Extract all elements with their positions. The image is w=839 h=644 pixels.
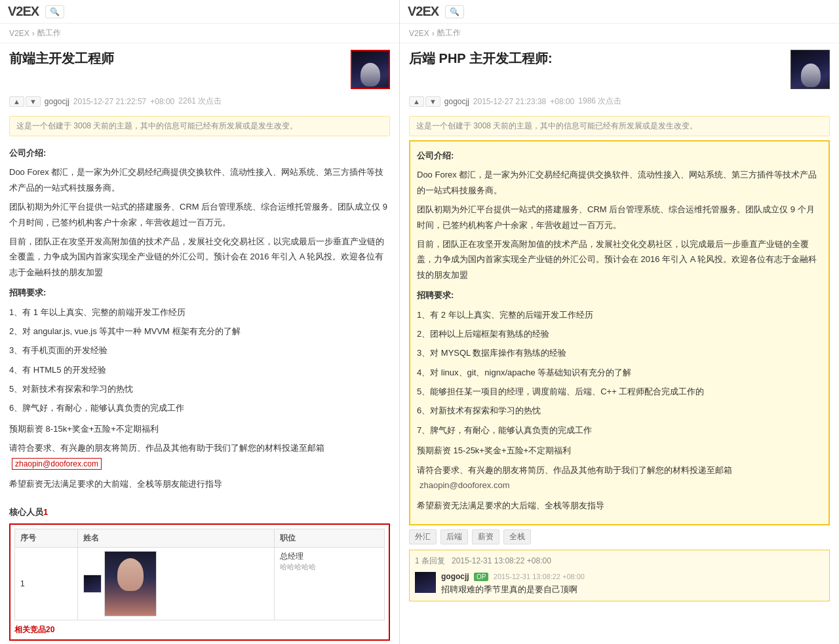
left-article-title: 前端主开发工程师 — [9, 50, 344, 67]
left-core-title: 核心人员1 — [9, 506, 390, 518]
right-site-header: V2EX 🔍 — [400, 0, 839, 24]
right-team-desc: 团队初期为外汇平台提供一站式的搭建服务、CRM 后台管理系统、综合运维托管服务。… — [417, 202, 822, 233]
left-req-title: 招聘要求: — [9, 288, 46, 297]
reply-content: gogocjj OP 2015-12-31 13:08:22 +08:00 招聘… — [441, 572, 824, 596]
left-timezone: +08:00 — [150, 97, 174, 106]
right-vote-down[interactable]: ▼ — [425, 96, 440, 107]
tag-3[interactable]: 全栈 — [503, 529, 531, 544]
right-content-body: 公司介绍: Doo Forex 都汇，是一家为外汇交易经纪商提供交换软件、流动性… — [417, 148, 822, 514]
right-req-title: 招聘要求: — [417, 290, 454, 300]
right-avatar — [790, 50, 830, 89]
left-site-header: V2EX 🔍 — [0, 0, 399, 24]
right-closing: 希望薪资无法满足要求的大后端、全栈等朋友指导 — [417, 498, 822, 513]
left-notice-text: 这是一个创建于 3008 天前的主题，其中的信息可能已经有所发展或是发生改变。 — [16, 121, 298, 130]
right-article-header: 后端 PHP 主开发工程师: — [400, 43, 839, 93]
right-tags-row: 外汇 后端 薪资 全栈 — [409, 529, 830, 544]
left-vote-down[interactable]: ▼ — [26, 96, 41, 107]
left-req-5: 5、对新技术有探索和学习的热忱 — [9, 381, 390, 396]
left-email-link[interactable]: zhaopin@dooforex.com — [12, 458, 102, 470]
left-company-intro-title: 公司介绍: — [9, 148, 46, 158]
right-req-1: 1、有 2 年以上真实、完整的后端开发工作经历 — [417, 307, 822, 322]
left-members-table: 序号 姓名 职位 1 — [14, 529, 385, 620]
left-date: 2015-12-27 21:22:57 — [73, 97, 146, 106]
breadcrumb-v2ex[interactable]: V2EX — [9, 29, 29, 38]
left-salary: 预期薪资 8-15k+奖金+五险+不定期福利 — [9, 421, 390, 436]
member-position: 总经理 哈哈哈哈哈 — [275, 547, 385, 620]
right-req-5: 5、能够担任某一项目的经理，调度前端、后端、C++ 工程师配合完成工作的 — [417, 384, 822, 399]
right-req-7: 7、脾气好，有耐心，能够认真负责的完成工作 — [417, 423, 822, 438]
right-contact-text: 请符合要求、有兴趣的朋友将简历、作品及其他有助于我们了解您的材料投递至邮箱 zh… — [417, 463, 822, 493]
left-search-icon: 🔍 — [50, 7, 60, 16]
right-reply-meta: 1 条回复 2015-12-31 13:08:22 +08:00 — [415, 556, 824, 567]
right-req-4: 4、对 linux、git、nignx/apache 等基础知识有充分的了解 — [417, 365, 822, 380]
right-salary: 预期薪资 15-25k+奖金+五险+不定期福利 — [417, 443, 822, 458]
col-header-no: 序号 — [15, 529, 78, 547]
right-company-intro-title: 公司介绍: — [417, 151, 454, 161]
left-closing: 希望薪资无法满足要求的大前端、全栈等朋友能进行指导 — [9, 476, 390, 491]
right-timezone: +08:00 — [550, 97, 574, 106]
col-header-position: 职位 — [275, 529, 385, 547]
right-article-title: 后端 PHP 主开发工程师: — [409, 50, 784, 67]
right-date: 2015-12-27 21:23:38 — [473, 97, 546, 106]
left-req-3: 3、有手机页面的开发经验 — [9, 343, 390, 358]
left-vote-btns[interactable]: ▲ ▼ — [9, 96, 41, 107]
tag-2[interactable]: 薪资 — [472, 529, 499, 544]
reply-author-row: gogocjj OP 2015-12-31 13:08:22 +08:00 — [441, 572, 824, 581]
right-author[interactable]: gogocjj — [444, 97, 469, 106]
reply-time: 2015-12-31 13:08:22 +08:00 — [494, 573, 585, 580]
right-breadcrumb-cool-work[interactable]: 酷工作 — [437, 28, 461, 39]
left-search-wrap[interactable]: 🔍 — [45, 5, 64, 18]
left-team-desc2: 目前，团队正在攻坚开发高附加值的技术产品，发展社交化交易社区，以完成最后一步垂直… — [9, 234, 390, 280]
reply-op-badge: OP — [474, 573, 488, 581]
breadcrumb-cool-work[interactable]: 酷工作 — [37, 28, 61, 39]
right-breadcrumb-v2ex[interactable]: V2EX — [409, 29, 429, 38]
right-search-wrap[interactable]: 🔍 — [445, 5, 464, 18]
table-row: 1 — [15, 547, 385, 620]
right-req-6: 6、对新技术有探索和学习的热忱 — [417, 403, 822, 418]
right-vote-up[interactable]: ▲ — [409, 96, 424, 107]
right-reply-section: 1 条回复 2015-12-31 13:08:22 +08:00 gogocjj… — [409, 550, 830, 601]
left-views: 2261 次点击 — [178, 96, 222, 107]
left-core-members-section: 核心人员1 序号 姓名 职位 1 — [9, 506, 390, 641]
left-content-body: 公司介绍: Doo Forex 都汇，是一家为外汇交易经纪商提供交换软件、流动性… — [0, 140, 399, 501]
reply-item: gogocjj OP 2015-12-31 13:08:22 +08:00 招聘… — [415, 572, 824, 596]
left-vote-up[interactable]: ▲ — [9, 96, 24, 107]
left-article-header: 前端主开发工程师 — [0, 43, 399, 93]
tag-1[interactable]: 后端 — [440, 529, 468, 544]
right-content-highlighted: 公司介绍: Doo Forex 都汇，是一家为外汇交易经纪商提供交换软件、流动性… — [409, 140, 830, 525]
left-req-6: 6、脾气好，有耐心，能够认真负责的完成工作 — [9, 400, 390, 415]
right-req-2: 2、团种以上后端框架有熟练的经验 — [417, 326, 822, 341]
left-meta-row: ▲ ▼ gogocjj 2015-12-27 21:22:57 +08:00 2… — [0, 93, 399, 112]
right-notice-text: 这是一个创建于 3008 天前的主题，其中的信息可能已经有所发展或是发生改变。 — [416, 121, 697, 130]
right-company-intro: Doo Forex 都汇，是一家为外汇交易经纪商提供交换软件、流动性接入、网站系… — [417, 167, 822, 198]
left-company-intro: Doo Forex 都汇，是一家为外汇交易经纪商提供交换软件、流动性接入、网站系… — [9, 164, 390, 195]
right-email: zhaopin@dooforex.com — [420, 480, 510, 490]
reply-author[interactable]: gogocjj — [441, 572, 469, 581]
right-search-icon: 🔍 — [450, 7, 459, 16]
left-avatar — [351, 50, 390, 89]
left-notice: 这是一个创建于 3008 天前的主题，其中的信息可能已经有所发展或是发生改变。 — [9, 116, 390, 136]
member-no: 1 — [15, 547, 78, 620]
left-logo: V2EX — [8, 4, 39, 19]
left-related-comp[interactable]: 相关竞品20 — [14, 624, 385, 635]
right-team-desc2: 目前，团队正在攻坚开发高附加值的技术产品，发展社交化交易社区，以完成最后一步垂直… — [417, 237, 822, 282]
reply-count: 1 条回复 — [415, 556, 445, 567]
right-breadcrumb: V2EX › 酷工作 — [400, 24, 839, 43]
reply-text: 招聘艰难的季节里真的是要自己顶啊 — [441, 584, 824, 596]
right-notice: 这是一个创建于 3008 天前的主题，其中的信息可能已经有所发展或是发生改变。 — [409, 116, 830, 136]
left-req-2: 2、对 angular.js, vue.js 等其中一种 MVVM 框架有充分的… — [9, 324, 390, 339]
right-views: 1986 次点击 — [578, 96, 621, 107]
right-req-3: 3、对 MYSQL 数据库操作有熟练的经验 — [417, 345, 822, 360]
col-header-name: 姓名 — [77, 529, 275, 547]
reply-avatar — [415, 572, 436, 593]
left-req-1: 1、有 1 年以上真实、完整的前端开发工作经历 — [9, 305, 390, 320]
member-name — [77, 547, 275, 620]
left-contact-text: 请符合要求、有兴趣的朋友将简历、作品及其他有助于我们了解您的材料投递至邮箱 zh… — [9, 440, 390, 471]
reply-timestamp: 2015-12-31 13:08:22 +08:00 — [452, 556, 551, 565]
left-core-members-box: 序号 姓名 职位 1 — [9, 523, 390, 641]
left-author[interactable]: gogocjj — [45, 97, 69, 106]
right-vote-btns[interactable]: ▲ ▼ — [409, 96, 440, 107]
right-logo: V2EX — [408, 4, 439, 19]
tag-0[interactable]: 外汇 — [409, 529, 437, 544]
left-req-4: 4、有 HTML5 的开发经验 — [9, 362, 390, 377]
